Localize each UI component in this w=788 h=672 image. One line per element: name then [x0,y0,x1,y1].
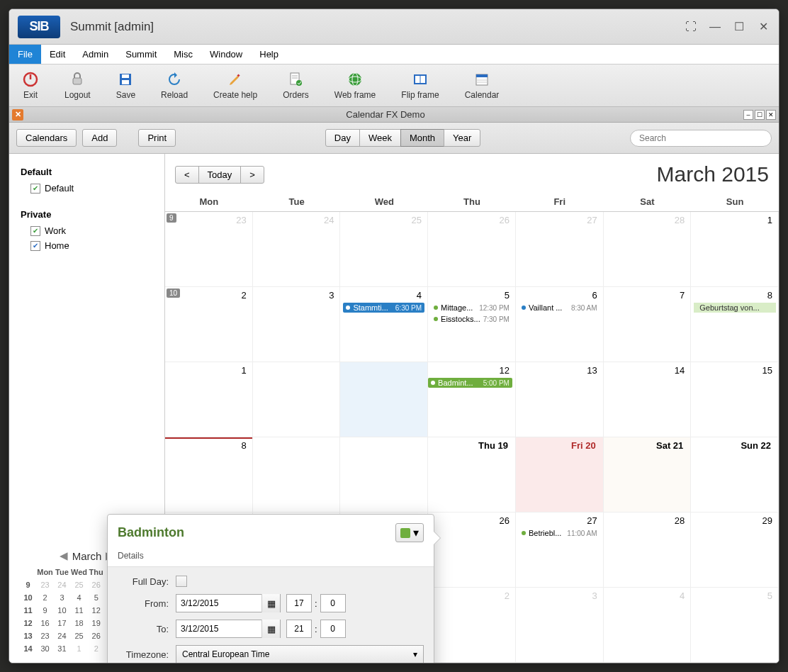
mini-day[interactable]: 4 [71,592,87,603]
tool-orders[interactable]: Orders [283,71,309,100]
day-cell[interactable]: 14 [604,362,692,437]
mini-day[interactable]: 25 [71,579,87,590]
view-month[interactable]: Month [400,129,444,147]
day-cell[interactable]: 923 [165,212,253,287]
from-date-input[interactable]: ▦ [176,594,281,612]
fullday-checkbox[interactable] [176,576,187,587]
mini-day[interactable]: 23 [37,579,53,590]
tool-create-help[interactable]: Create help [213,71,257,100]
day-cell[interactable]: 8 Geburtstag von... [691,287,779,362]
day-cell[interactable]: Sat 21 [604,437,692,513]
tool-exit[interactable]: Exit [22,71,39,100]
day-cell[interactable]: 29 [691,513,779,588]
day-cell[interactable]: 3 [253,287,341,362]
day-cell[interactable]: 3 [516,588,604,663]
view-year[interactable]: Year [444,129,480,147]
to-hour-input[interactable] [286,620,312,638]
subheader-maximize-icon[interactable]: ☐ [755,110,765,120]
from-min-input[interactable] [320,594,346,612]
day-cell[interactable]: 15 [691,362,779,437]
day-cell[interactable]: 27 [516,212,604,287]
menu-help[interactable]: Help [251,45,287,64]
mini-day[interactable]: 11 [71,605,87,616]
mini-day[interactable]: 19 [89,617,103,629]
nav-next-button[interactable]: > [240,166,264,184]
mini-day[interactable]: 3 [55,592,69,603]
menu-admin[interactable]: Admin [74,45,117,64]
nav-today-button[interactable]: Today [198,166,242,184]
day-cell[interactable]: 4 Stammti...6:30 PM [340,287,428,362]
mini-day[interactable]: 12 [89,605,103,616]
mini-day[interactable]: 2 [37,592,53,603]
timezone-select[interactable]: Central European Time▾ [176,645,424,663]
mini-prev-icon[interactable]: ◀ [60,549,68,562]
day-cell[interactable]: 25 [340,212,428,287]
event-stammtisch[interactable]: Stammti...6:30 PM [343,303,424,313]
day-cell[interactable]: 12 Badmint...5:00 PM [428,362,516,437]
day-cell[interactable]: 5 Mittage...12:30 PM Eisstocks...7:30 PM [428,287,516,362]
calendar-home[interactable]: ✔Home [30,240,153,251]
mini-day[interactable]: 2 [89,643,103,654]
tool-save[interactable]: Save [116,71,135,100]
close-icon[interactable]: ✕ [756,20,770,34]
to-min-input[interactable] [320,620,346,638]
event-betrieb[interactable]: Betriebl...11:00 AM [519,528,600,538]
minimize-icon[interactable]: — [708,20,722,34]
maximize-icon[interactable]: ☐ [732,20,746,34]
tool-calendar[interactable]: Calendar [465,71,500,100]
mini-day[interactable]: 10 [55,605,69,616]
event-eisstock[interactable]: Eisstocks...7:30 PM [431,314,512,324]
day-cell[interactable] [340,362,428,437]
mini-day[interactable]: 25 [71,630,87,642]
day-cell[interactable]: 1 [165,362,253,437]
calendars-button[interactable]: Calendars [16,129,77,147]
tool-reload[interactable]: Reload [161,71,188,100]
day-cell[interactable] [340,437,428,513]
day-cell[interactable] [253,437,341,513]
checkbox-icon[interactable]: ✔ [30,241,40,251]
mini-day[interactable]: 9 [37,605,53,616]
popup-tab-details[interactable]: Details [108,548,434,567]
nav-prev-button[interactable]: < [175,166,199,184]
fullscreen-icon[interactable]: ⛶ [684,20,698,34]
event-vaillant[interactable]: Vaillant ...8:30 AM [519,303,600,313]
subheader-close-icon[interactable]: ✕ [12,109,23,121]
day-cell[interactable]: Thu 19 [428,437,516,513]
day-cell[interactable]: 4 [604,588,692,663]
mini-day[interactable]: 30 [37,643,53,654]
day-cell[interactable]: 7 [604,287,692,362]
day-cell-today[interactable]: Fri 20 [516,437,604,513]
subheader-close2-icon[interactable]: ✕ [766,110,776,120]
day-cell[interactable]: 26 [428,212,516,287]
menu-edit[interactable]: Edit [41,45,74,64]
event-geburtstag[interactable]: Geburtstag von... [694,303,776,313]
mini-day[interactable]: 23 [37,630,53,642]
from-hour-input[interactable] [286,594,312,612]
calendar-icon[interactable]: ▦ [261,620,280,638]
event-badminton[interactable]: Badmint...5:00 PM [428,378,512,388]
calendar-icon[interactable]: ▦ [261,594,280,612]
day-cell[interactable]: 28 [604,513,692,588]
mini-day[interactable]: 31 [55,643,69,654]
day-cell[interactable]: 6 Vaillant ...8:30 AM [516,287,604,362]
day-cell[interactable]: 8 [165,437,253,513]
mini-day[interactable]: 17 [55,617,69,629]
day-cell[interactable]: 24 [253,212,341,287]
day-cell[interactable]: 1 [691,212,779,287]
add-button[interactable]: Add [82,129,117,147]
checkbox-icon[interactable]: ✔ [30,184,40,194]
color-dropdown[interactable]: ▾ [395,523,424,542]
mini-day[interactable]: 24 [55,579,69,590]
menu-summit[interactable]: Summit [117,45,165,64]
view-week[interactable]: Week [359,129,401,147]
to-date-input[interactable]: ▦ [176,620,281,638]
day-cell[interactable]: 26 [428,513,516,588]
mini-day[interactable]: 5 [89,592,103,603]
view-day[interactable]: Day [325,129,360,147]
mini-day[interactable]: 16 [37,617,53,629]
mini-day[interactable]: 1 [71,643,87,654]
mini-day[interactable]: 18 [71,617,87,629]
subheader-minimize-icon[interactable]: – [743,110,753,120]
menu-window[interactable]: Window [201,45,251,64]
day-cell[interactable]: 2 [428,588,516,663]
